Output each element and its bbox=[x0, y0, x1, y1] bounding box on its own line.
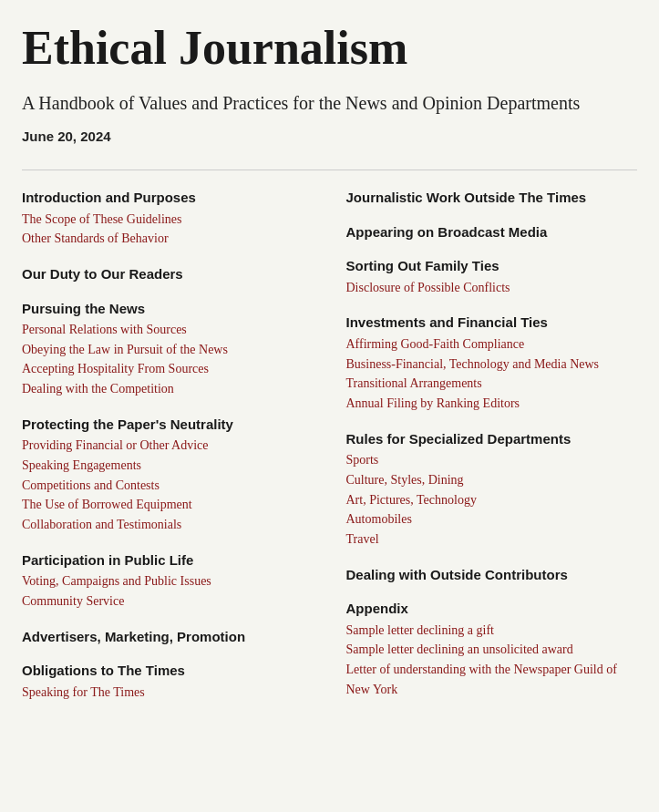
toc-link[interactable]: Sample letter declining a gift bbox=[346, 621, 638, 641]
toc-link[interactable]: Transitional Arrangements bbox=[346, 374, 638, 394]
toc-link[interactable]: Dealing with the Competition bbox=[22, 379, 314, 399]
section-heading: Introduction and Purposes bbox=[22, 189, 314, 207]
toc-link[interactable]: Accepting Hospitality From Sources bbox=[22, 359, 314, 379]
toc-link[interactable]: Providing Financial or Other Advice bbox=[22, 436, 314, 456]
toc-link[interactable]: Sports bbox=[346, 450, 638, 470]
toc-section: Pursuing the NewsPersonal Relations with… bbox=[22, 300, 314, 399]
toc-section: Advertisers, Marketing, Promotion bbox=[22, 628, 314, 646]
section-heading: Our Duty to Our Readers bbox=[22, 265, 314, 283]
section-heading: Protecting the Paper's Neutrality bbox=[22, 416, 314, 434]
toc-link[interactable]: Business-Financial, Technology and Media… bbox=[346, 355, 638, 375]
toc-section: Investments and Financial TiesAffirming … bbox=[346, 313, 638, 413]
page-title: Ethical Journalism bbox=[22, 22, 637, 74]
toc-link[interactable]: Culture, Styles, Dining bbox=[346, 470, 638, 490]
toc-section: Sorting Out Family TiesDisclosure of Pos… bbox=[346, 257, 638, 297]
toc-section: Our Duty to Our Readers bbox=[22, 265, 314, 283]
toc-section: Obligations to The TimesSpeaking for The… bbox=[22, 662, 314, 702]
toc-section: Participation in Public LifeVoting, Camp… bbox=[22, 551, 314, 612]
section-heading: Journalistic Work Outside The Times bbox=[346, 189, 638, 207]
section-heading: Participation in Public Life bbox=[22, 551, 314, 570]
section-heading: Investments and Financial Ties bbox=[346, 313, 638, 332]
toc-section: AppendixSample letter declining a giftSa… bbox=[346, 600, 638, 699]
toc-link[interactable]: Competitions and Contests bbox=[22, 476, 314, 496]
toc-link[interactable]: Letter of understanding with the Newspap… bbox=[346, 660, 638, 699]
toc-section: Appearing on Broadcast Media bbox=[346, 223, 638, 242]
toc-link[interactable]: Other Standards of Behavior bbox=[22, 229, 314, 249]
toc-section: Rules for Specialized DepartmentsSportsC… bbox=[346, 430, 638, 550]
toc-left-column: Introduction and PurposesThe Scope of Th… bbox=[22, 189, 314, 718]
toc-grid: Introduction and PurposesThe Scope of Th… bbox=[22, 189, 637, 718]
toc-link[interactable]: Sample letter declining an unsolicited a… bbox=[346, 640, 638, 660]
toc-link[interactable]: Travel bbox=[346, 529, 638, 550]
toc-link[interactable]: Affirming Good-Faith Compliance bbox=[346, 334, 638, 355]
toc-link[interactable]: The Scope of These Guidelines bbox=[22, 210, 314, 230]
toc-section: Journalistic Work Outside The Times bbox=[346, 189, 638, 207]
toc-link[interactable]: Automobiles bbox=[346, 509, 638, 529]
toc-link[interactable]: Speaking Engagements bbox=[22, 456, 314, 476]
toc-link[interactable]: Community Service bbox=[22, 591, 314, 612]
toc-link[interactable]: Obeying the Law in Pursuit of the News bbox=[22, 340, 314, 360]
toc-link[interactable]: Art, Pictures, Technology bbox=[346, 490, 638, 510]
toc-link[interactable]: Annual Filing by Ranking Editors bbox=[346, 394, 638, 414]
toc-link[interactable]: The Use of Borrowed Equipment bbox=[22, 495, 314, 515]
subtitle: A Handbook of Values and Practices for t… bbox=[22, 90, 637, 116]
publication-date: June 20, 2024 bbox=[22, 128, 637, 144]
section-heading: Sorting Out Family Ties bbox=[346, 257, 638, 275]
toc-link[interactable]: Disclosure of Possible Conflicts bbox=[346, 278, 638, 298]
section-heading: Pursuing the News bbox=[22, 300, 314, 318]
section-heading: Appearing on Broadcast Media bbox=[346, 223, 638, 242]
section-heading: Rules for Specialized Departments bbox=[346, 430, 638, 448]
toc-link[interactable]: Voting, Campaigns and Public Issues bbox=[22, 571, 314, 591]
toc-link[interactable]: Speaking for The Times bbox=[22, 683, 314, 703]
divider bbox=[22, 170, 637, 170]
section-heading: Dealing with Outside Contributors bbox=[346, 566, 638, 584]
toc-section: Introduction and PurposesThe Scope of Th… bbox=[22, 189, 314, 249]
toc-section: Dealing with Outside Contributors bbox=[346, 566, 638, 584]
toc-section: Protecting the Paper's NeutralityProvidi… bbox=[22, 416, 314, 535]
toc-right-column: Journalistic Work Outside The TimesAppea… bbox=[346, 189, 638, 718]
toc-link[interactable]: Collaboration and Testimonials bbox=[22, 515, 314, 535]
section-heading: Appendix bbox=[346, 600, 638, 618]
section-heading: Obligations to The Times bbox=[22, 662, 314, 680]
toc-link[interactable]: Personal Relations with Sources bbox=[22, 320, 314, 340]
section-heading: Advertisers, Marketing, Promotion bbox=[22, 628, 314, 646]
